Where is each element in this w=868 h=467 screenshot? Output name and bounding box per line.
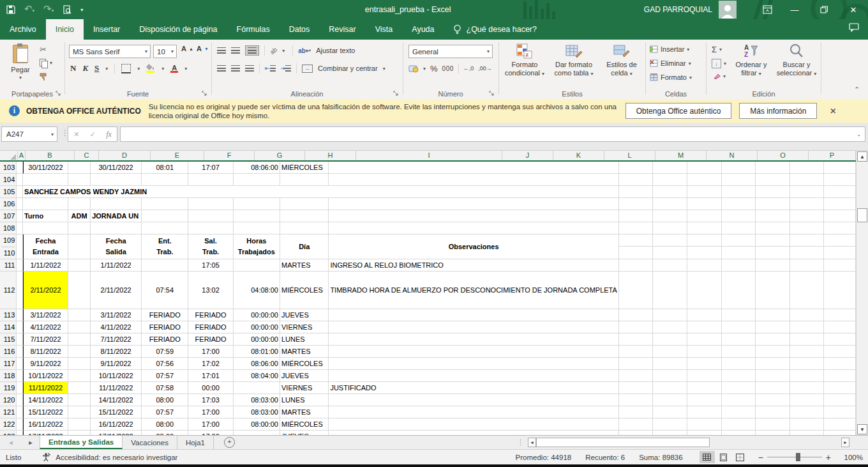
cell-C120[interactable]	[68, 394, 91, 406]
cell[interactable]	[280, 198, 329, 210]
cell[interactable]	[653, 222, 687, 234]
cell-A105[interactable]	[17, 186, 23, 198]
cell[interactable]	[68, 174, 91, 186]
name-box-dropdown[interactable]: ▾	[51, 132, 54, 137]
cell-A108[interactable]	[17, 222, 23, 234]
cell[interactable]	[790, 321, 825, 333]
increase-indent-icon[interactable]: ⇥	[281, 65, 292, 72]
cell-D119[interactable]: 11/11/2022	[91, 382, 142, 394]
cell[interactable]	[722, 358, 756, 370]
sheet-nav-next-icon[interactable]: ►	[22, 436, 40, 449]
cell[interactable]	[722, 309, 756, 321]
cell[interactable]	[23, 174, 68, 186]
row-header-122[interactable]: 122	[0, 418, 17, 431]
cell[interactable]	[722, 186, 756, 198]
font-dialog-launcher[interactable]	[202, 91, 208, 97]
font-color-dropdown[interactable]: ▾	[184, 66, 187, 72]
menu-tab-fórmulas[interactable]: Fórmulas	[227, 19, 280, 40]
cell-G117[interactable]: 08:06:00	[234, 358, 280, 370]
cell[interactable]	[653, 406, 687, 418]
cell-D120[interactable]: 14/11/2022	[91, 394, 142, 406]
align-left-icon[interactable]	[217, 65, 226, 72]
cell[interactable]	[142, 174, 188, 186]
font-color-icon[interactable]: A	[170, 64, 178, 73]
number-dialog-launcher[interactable]	[489, 91, 495, 97]
column-header-H[interactable]: H	[305, 151, 356, 160]
align-top-icon[interactable]	[217, 47, 226, 54]
cell[interactable]	[653, 333, 687, 346]
cell[interactable]	[687, 272, 722, 309]
cell[interactable]	[188, 210, 233, 222]
cell-F114[interactable]: FERIADO	[188, 321, 233, 333]
cell[interactable]	[653, 162, 687, 174]
column-header-B[interactable]: B	[26, 151, 75, 160]
cell[interactable]	[188, 222, 233, 234]
merge-center-label[interactable]: Combinar y centrar	[318, 65, 378, 72]
cell-C107[interactable]: ADM	[68, 210, 91, 222]
cell-H121[interactable]: MARTES	[280, 406, 329, 418]
menu-tab-archivo[interactable]: Archivo	[0, 19, 46, 40]
cell-D103[interactable]: 30/11/2022	[91, 162, 142, 174]
cell-F117[interactable]: 17:02	[188, 358, 233, 370]
row-header-107[interactable]: 107	[0, 210, 17, 222]
merge-center-dropdown[interactable]: ▾	[383, 66, 385, 72]
zoom-level[interactable]: 100%	[839, 454, 863, 461]
menu-tab-datos[interactable]: Datos	[280, 19, 320, 40]
cell[interactable]	[756, 186, 790, 198]
cell-I123[interactable]	[329, 431, 618, 435]
cell-B120[interactable]: 14/11/2022	[23, 394, 68, 406]
cell[interactable]	[619, 259, 654, 272]
cell-I122[interactable]	[329, 418, 618, 431]
vertical-scrollbar[interactable]: ▲ ▼	[856, 151, 868, 435]
cell-F121[interactable]: 17:00	[188, 406, 233, 418]
cell[interactable]	[824, 186, 856, 198]
autosum-button[interactable]: Σ▾	[712, 45, 722, 54]
cell[interactable]	[824, 222, 856, 234]
cell[interactable]	[722, 394, 756, 406]
cell-H116[interactable]: MARTES	[280, 346, 329, 358]
column-header-K[interactable]: K	[553, 151, 604, 160]
cell[interactable]	[91, 222, 142, 234]
cell-A103[interactable]	[17, 162, 23, 174]
cell[interactable]	[68, 222, 91, 234]
cell[interactable]	[756, 394, 790, 406]
row-header-105[interactable]: 105	[0, 186, 17, 198]
format-as-table-button[interactable]: Dar formatocomo tabla ▾	[549, 43, 599, 78]
cell[interactable]	[790, 198, 825, 210]
menu-tab-inicio[interactable]: Inicio	[46, 19, 84, 40]
cell[interactable]	[824, 162, 856, 174]
cell[interactable]	[619, 346, 654, 358]
cell-D115[interactable]: 7/11/2022	[91, 333, 142, 346]
cell-B113[interactable]: 3/11/2022	[23, 309, 68, 321]
column-header-I[interactable]: I	[356, 151, 502, 160]
cell-F111[interactable]: 17:05	[188, 259, 233, 272]
cell-B118[interactable]: 10/11/2022	[23, 370, 68, 382]
cell-F122[interactable]: 17:00	[188, 418, 233, 431]
cell[interactable]	[756, 382, 790, 394]
accounting-format-dropdown[interactable]: ▾	[423, 66, 426, 72]
row-header-115[interactable]: 115	[0, 333, 17, 346]
cell-G118[interactable]: 08:04:00	[234, 370, 280, 382]
percent-style-button[interactable]: %	[430, 64, 438, 73]
cell-D121[interactable]: 15/11/2022	[91, 406, 142, 418]
cell[interactable]	[619, 333, 654, 346]
row-header-123[interactable]: 123	[0, 431, 17, 435]
cell[interactable]	[824, 259, 856, 272]
cell[interactable]	[687, 309, 722, 321]
cell[interactable]	[329, 222, 618, 234]
cell[interactable]	[653, 186, 687, 198]
header-dia[interactable]: Día	[280, 234, 329, 259]
cell[interactable]	[824, 358, 856, 370]
cell[interactable]	[687, 198, 722, 210]
employee-name-cell[interactable]: SANCHEZ CAMPOS WENDY JAZMIN	[23, 186, 619, 198]
cell-G115[interactable]: 00:00:00	[234, 333, 280, 346]
cell[interactable]	[329, 198, 618, 210]
header-sal-trab[interactable]: Sal.Trab.	[188, 234, 233, 259]
cell-I119[interactable]: JUSTIFICADO	[329, 382, 618, 394]
ribbon-display-options-icon[interactable]	[754, 0, 780, 19]
hscroll-left-icon[interactable]: ◄	[528, 438, 536, 447]
cell[interactable]	[722, 370, 756, 382]
cell-G103[interactable]: 08:06:00	[234, 162, 280, 174]
cell[interactable]	[756, 309, 790, 321]
cell-G122[interactable]: 08:00:00	[234, 418, 280, 431]
